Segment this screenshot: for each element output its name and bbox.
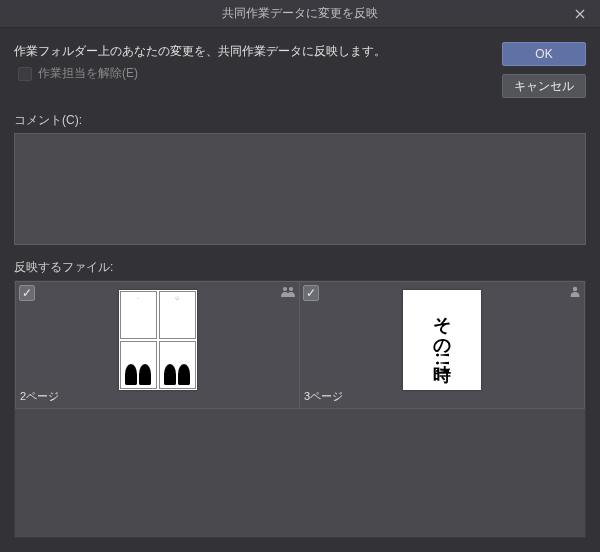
thumbnail-text: その時!!! xyxy=(433,304,451,376)
users-icon xyxy=(281,286,295,300)
svg-point-0 xyxy=(283,287,287,291)
file-tile[interactable]: ✓ その時!!! 3ページ xyxy=(300,281,585,409)
comment-textarea[interactable] xyxy=(14,133,586,245)
checkbox-box-icon xyxy=(18,67,32,81)
file-checkbox[interactable]: ✓ xyxy=(19,285,35,301)
checkbox-label: 作業担当を解除(E) xyxy=(38,65,138,82)
close-icon xyxy=(575,9,585,19)
file-checkbox[interactable]: ✓ xyxy=(303,285,319,301)
user-icon xyxy=(570,286,580,300)
file-thumbnail: · ○ xyxy=(119,290,197,390)
cancel-button[interactable]: キャンセル xyxy=(502,74,586,98)
release-assignment-checkbox[interactable]: 作業担当を解除(E) xyxy=(18,65,492,82)
description-text: 作業フォルダー上のあなたの変更を、共同作業データに反映します。 xyxy=(14,42,492,61)
page-label: 2ページ xyxy=(20,389,59,404)
comment-label: コメント(C): xyxy=(14,112,586,129)
svg-point-1 xyxy=(289,287,293,291)
svg-point-2 xyxy=(573,287,577,291)
titlebar: 共同作業データに変更を反映 xyxy=(0,0,600,28)
file-tile[interactable]: ✓ · ○ 2ペ xyxy=(15,281,300,409)
close-button[interactable] xyxy=(560,0,600,28)
page-label: 3ページ xyxy=(304,389,343,404)
files-label: 反映するファイル: xyxy=(14,259,586,276)
file-thumbnail: その時!!! xyxy=(403,290,481,390)
dialog-title: 共同作業データに変更を反映 xyxy=(0,5,600,22)
ok-button[interactable]: OK xyxy=(502,42,586,66)
files-pane: ✓ · ○ 2ペ xyxy=(14,280,586,538)
